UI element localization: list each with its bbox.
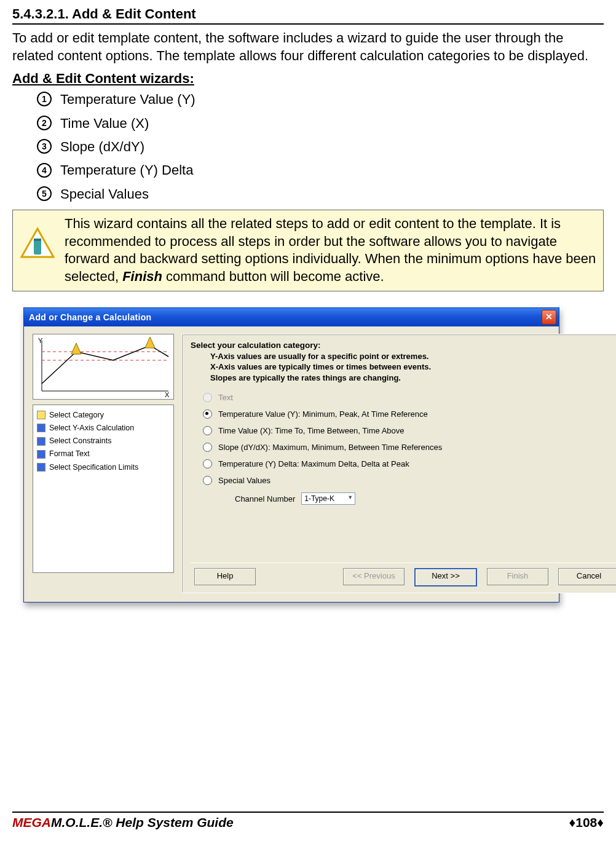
- svg-text:Y: Y: [38, 337, 43, 344]
- bullet-4-icon: 4: [37, 163, 52, 178]
- radio-label: Text: [218, 393, 233, 402]
- radio-time-value-x[interactable]: Time Value (X): Time To, Time Between, T…: [203, 426, 616, 435]
- radio-group: Text Temperature Value (Y): Minimum, Pea…: [203, 393, 616, 505]
- svg-marker-10: [145, 337, 155, 348]
- radio-icon[interactable]: [203, 459, 212, 468]
- radio-label: Temperature (Y) Delta: Maximum Delta, De…: [218, 459, 409, 468]
- wizards-subheading: Add & Edit Content wizards:: [12, 71, 604, 87]
- channel-number-dropdown[interactable]: 1-Type-K: [301, 492, 355, 505]
- svg-rect-2: [34, 239, 41, 241]
- panel-subheading: Y-Axis values are usually for a specific…: [210, 351, 616, 362]
- step-format-text[interactable]: Format Text: [36, 448, 171, 460]
- step-label: Format Text: [49, 448, 90, 460]
- cancel-button[interactable]: Cancel: [558, 568, 616, 585]
- bullet-3-icon: 3: [37, 139, 52, 154]
- note-bold: Finish: [122, 269, 162, 284]
- radio-icon[interactable]: [203, 426, 212, 435]
- help-button[interactable]: Help: [194, 568, 256, 585]
- radio-icon[interactable]: [203, 409, 212, 419]
- list-item: 3Slope (dX/dY): [37, 139, 604, 155]
- right-panel: Select your calculation category: Y-Axis…: [181, 334, 616, 594]
- previous-button: << Previous: [343, 568, 405, 585]
- step-select-category[interactable]: Select Category: [36, 409, 171, 422]
- step-select-y-axis[interactable]: Select Y-Axis Calculation: [36, 422, 171, 435]
- tip-icon: [19, 226, 56, 263]
- list-label: Temperature Value (Y): [60, 92, 195, 107]
- step-label: Select Constraints: [49, 435, 111, 448]
- radio-label: Time Value (X): Time To, Time Between, T…: [218, 426, 405, 435]
- footer-page-number: ♦108♦: [569, 815, 604, 830]
- list-label: Special Values: [60, 186, 149, 202]
- close-icon[interactable]: ✕: [542, 310, 556, 325]
- step-select-constraints[interactable]: Select Constraints: [36, 435, 171, 448]
- footer-left: MEGAM.O.L.E.® Help System Guide: [12, 815, 234, 830]
- step-marker-icon: [37, 411, 45, 419]
- panel-heading: Select your calculation category:: [191, 341, 616, 350]
- list-label: Slope (dX/dY): [60, 139, 144, 154]
- svg-marker-9: [71, 343, 81, 354]
- intro-paragraph: To add or edit template content, the sof…: [12, 30, 604, 65]
- step-marker-icon: [37, 424, 45, 432]
- bullet-2-icon: 2: [37, 116, 52, 130]
- list-item: 1Temperature Value (Y): [37, 92, 604, 108]
- radio-icon[interactable]: [203, 443, 212, 452]
- titlebar[interactable]: Add or Change a Calculation ✕: [24, 308, 559, 326]
- footer-brand: MEGA: [12, 815, 51, 829]
- radio-label: Special Values: [218, 476, 270, 485]
- panel-subheading: X-Axis values are typically times or tim…: [210, 361, 616, 373]
- step-label: Select Y-Axis Calculation: [49, 422, 134, 435]
- svg-text:X: X: [165, 391, 170, 398]
- dialog-window: Add or Change a Calculation ✕ Y X: [23, 307, 559, 603]
- finish-button: Finish: [487, 568, 548, 585]
- list-item: 4Temperature (Y) Delta: [37, 162, 604, 178]
- radio-label: Temperature Value (Y): Minimum, Peak, At…: [218, 409, 428, 419]
- radio-temp-y-delta[interactable]: Temperature (Y) Delta: Maximum Delta, De…: [203, 459, 616, 468]
- radio-text: Text: [203, 393, 616, 402]
- wizard-steps-list[interactable]: Select Category Select Y-Axis Calculatio…: [33, 405, 174, 573]
- radio-label: Slope (dY/dX): Maximum, Minimum, Between…: [218, 443, 442, 452]
- note-box: This wizard contains all the related ste…: [12, 210, 604, 291]
- page-footer: MEGAM.O.L.E.® Help System Guide ♦108♦: [12, 812, 604, 830]
- list-item: 2Time Value (X): [37, 116, 604, 132]
- note-post: command button will become active.: [162, 269, 384, 284]
- radio-icon[interactable]: [203, 476, 212, 485]
- svg-rect-1: [34, 240, 41, 255]
- next-button[interactable]: Next >>: [414, 568, 477, 587]
- channel-label: Channel Number: [235, 494, 295, 504]
- radio-slope[interactable]: Slope (dY/dX): Maximum, Minimum, Between…: [203, 443, 616, 452]
- list-label: Temperature (Y) Delta: [60, 162, 193, 178]
- footer-product: M.O.L.E.® Help System Guide: [51, 815, 234, 829]
- note-text: This wizard contains all the related ste…: [65, 215, 597, 285]
- step-marker-icon: [37, 450, 45, 459]
- bullet-1-icon: 1: [37, 92, 52, 106]
- step-label: Select Specification Limits: [49, 461, 138, 474]
- step-marker-icon: [37, 437, 45, 446]
- bullet-5-icon: 5: [37, 186, 52, 201]
- step-select-spec-limits[interactable]: Select Specification Limits: [36, 461, 171, 474]
- list-label: Time Value (X): [60, 116, 149, 131]
- channel-number-row: Channel Number 1-Type-K: [235, 492, 616, 505]
- step-marker-icon: [37, 463, 45, 472]
- wizard-list: 1Temperature Value (Y) 2Time Value (X) 3…: [12, 92, 604, 202]
- radio-icon: [203, 393, 212, 402]
- dialog-title: Add or Change a Calculation: [29, 312, 151, 322]
- preview-graph: Y X: [33, 334, 174, 400]
- button-row: Help << Previous Next >> Finish Cancel: [191, 563, 616, 587]
- radio-special-values[interactable]: Special Values: [203, 476, 616, 485]
- list-item: 5Special Values: [37, 186, 604, 202]
- step-label: Select Category: [49, 409, 104, 422]
- panel-subheading: Slopes are typically the rates things ar…: [210, 373, 616, 384]
- radio-temp-value-y[interactable]: Temperature Value (Y): Minimum, Peak, At…: [203, 409, 616, 419]
- section-heading: 5.4.3.2.1. Add & Edit Content: [12, 6, 604, 25]
